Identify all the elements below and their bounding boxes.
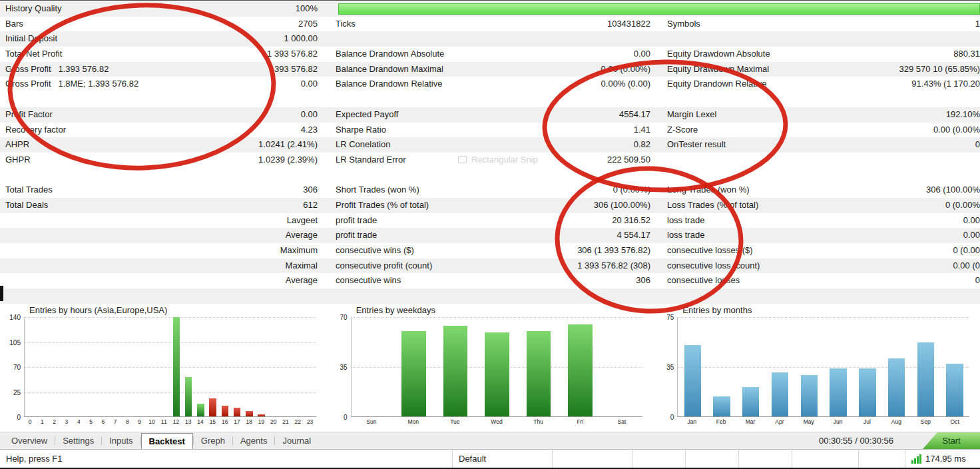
status-cell (792, 450, 859, 468)
stat-label: Equity Drawdown Maximal (667, 62, 824, 77)
stat-value: 4.23 (196, 123, 318, 138)
x-axis: 01234567891011121314151617181920212223 (24, 417, 316, 427)
stat-label: Gross Profit 1.8ME; 1.393 576.82 (0, 77, 196, 92)
bar-slot (122, 317, 134, 416)
bar-slot (73, 317, 85, 416)
stat-label: OnTester result (667, 137, 824, 153)
stat-value: 1 000.00 (196, 31, 318, 47)
bar-slot (194, 317, 206, 416)
stat-label: Expected Payoff (336, 107, 527, 123)
stat-value: 1 393 576.82 (196, 47, 318, 62)
bar-slot (476, 317, 518, 416)
y-tick-label: 0 (344, 414, 348, 421)
stats-row (0, 168, 980, 183)
stat-value: 0.00 (0.00%) (527, 62, 650, 77)
stat-label: Long Trades (won %) (667, 183, 824, 198)
chart-entries-by-months: Entries by months 75350 JanFebMarAprMayJ… (653, 304, 980, 432)
bar-slot (231, 317, 243, 416)
stat-label: Total Net Profit (0, 47, 196, 62)
y-tick-label: 140 (9, 314, 21, 321)
tab-inputs[interactable]: Inputs (102, 432, 140, 449)
stats-row: Recovery factor4.23Sharpe Ratio1.41Z-Sco… (0, 123, 980, 138)
stat-label: loss trade (667, 228, 824, 243)
x-tick-label: 20 (268, 418, 280, 427)
stat-label: consecutive wins ($) (336, 243, 527, 258)
bar (485, 332, 509, 416)
stat-value: 1 (824, 17, 980, 32)
start-button[interactable]: Start (923, 432, 980, 449)
stat-value: 0 (824, 137, 980, 153)
x-tick-label: Wed (476, 418, 518, 427)
y-tick-label: 70 (340, 314, 348, 321)
bar-slot (110, 317, 122, 416)
stat-value: 1.0241 (2.41%) (196, 137, 318, 153)
stat-label: Gross Profit 1.393 576.82 (0, 62, 196, 77)
stat-value: Maximal (196, 258, 318, 274)
x-tick-label: 11 (158, 418, 170, 427)
bar-slot (853, 317, 882, 416)
stats-row: History Quality100% (0, 1, 980, 17)
stat-value: 306 (100.00%) (527, 198, 650, 213)
x-tick-label: 21 (280, 418, 292, 427)
tab-list: OverviewSettingsInputsBacktestGrephAgent… (4, 432, 318, 449)
stat-value: 306 (1 393 576.82) (527, 243, 650, 258)
stat-value: 91.43% (1 170.20 (824, 77, 980, 92)
tab-journal[interactable]: Journal (275, 432, 318, 449)
x-tick-label: Sun (351, 418, 393, 427)
stats-row: Profit Factor0.00Expected Payoff4554.17M… (0, 107, 980, 123)
stat-label: Z-Score (667, 123, 824, 138)
bar (917, 342, 934, 416)
stat-value: 0.00 (196, 77, 318, 92)
bar (684, 345, 701, 416)
profile-label: Default (459, 454, 486, 464)
bar-slot (134, 317, 146, 416)
x-tick-label: 5 (85, 418, 97, 427)
stat-value: Lavgeet (196, 213, 318, 229)
tab-backtest[interactable]: Backtest (141, 433, 193, 449)
stats-row: Maximalconsecutive profit (count)1 393 5… (0, 258, 980, 274)
x-tick-label: Apr (765, 418, 794, 427)
bar (830, 368, 846, 416)
bar (946, 364, 963, 416)
plot-area (677, 317, 969, 417)
help-hint-label: Help, press F1 (6, 454, 63, 464)
x-tick-label: 2 (49, 418, 61, 427)
tab-overview[interactable]: Overview (4, 432, 55, 449)
bar-slot (766, 317, 795, 416)
x-tick-label: 8 (121, 418, 133, 427)
stats-row: Bars2705Ticks103431822Symbols1 (0, 17, 980, 32)
x-tick-label: 4 (73, 418, 85, 427)
bar (443, 326, 467, 416)
tab-greph[interactable]: Greph (194, 432, 232, 449)
bar-slot (97, 317, 109, 416)
stat-value: 0 (0.00%) (527, 183, 650, 198)
stat-value: 222 509.50 (527, 153, 650, 168)
y-tick-label: 0 (17, 414, 21, 421)
stat-label: Profit Factor (0, 107, 196, 123)
status-cell (686, 450, 739, 468)
x-tick-label: 13 (182, 418, 194, 427)
x-tick-label: Oct (940, 418, 969, 427)
stat-label: consecutive loss (count) (667, 258, 824, 274)
x-tick-label: Feb (706, 418, 736, 427)
x-tick-label: Aug (881, 418, 911, 427)
tab-agents[interactable]: Agents (233, 432, 274, 449)
stat-label: profit trade (336, 213, 527, 229)
bar-slot (268, 317, 280, 416)
stat-value: 103431822 (527, 17, 650, 32)
stat-value: 393 576.82 (196, 62, 318, 77)
y-tick-label: 35 (666, 364, 674, 371)
stat-label: Bars (0, 17, 196, 32)
x-tick-label: Jan (677, 418, 706, 427)
profile-selector[interactable]: Default (453, 450, 553, 468)
x-tick-label: Mar (736, 418, 765, 427)
snip-watermark: Rectangular Snip (458, 155, 538, 165)
chart-title: Entries by weekdays (356, 305, 643, 317)
tab-settings[interactable]: Settings (55, 432, 101, 449)
stats-row: Averageprofit trade4 554.17loss trade0.0… (0, 228, 980, 243)
stat-label: consecutive losses (667, 273, 824, 288)
y-tick-label: 70 (13, 364, 21, 371)
stat-label: Total Deals (0, 198, 196, 213)
x-tick-label: 17 (231, 418, 243, 427)
stat-label: Sharpe Ratio (336, 123, 527, 138)
